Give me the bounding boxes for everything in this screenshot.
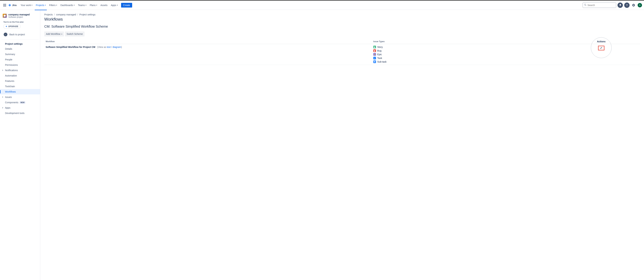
search-icon: [584, 4, 586, 6]
project-type: Software project: [8, 16, 30, 18]
notifications-icon[interactable]: [618, 2, 623, 8]
jira-logo[interactable]: Jira: [8, 3, 16, 7]
edit-workflow-button[interactable]: [598, 46, 604, 50]
jira-mark-icon: [8, 3, 12, 7]
nav-item-label: Teams: [78, 4, 85, 6]
nav-item-your-work[interactable]: Your work▾: [19, 3, 34, 7]
sidebar-item-toolchain[interactable]: Toolchain: [0, 84, 40, 89]
issue-type-row: ⧉Sub-task: [373, 60, 561, 63]
issue-type-row: ◧Story: [373, 46, 561, 48]
breadcrumb-project[interactable]: company managed: [56, 13, 76, 16]
breadcrumb-settings[interactable]: Project settings: [79, 13, 96, 16]
nav-item-label: Apps: [111, 4, 116, 6]
chevron-down-icon: ▾: [96, 4, 97, 6]
sidebar-item-label: People: [5, 58, 12, 61]
project-name: company managed: [8, 13, 30, 16]
svg-line-1: [586, 5, 586, 6]
chevron-down-icon: ▾: [56, 4, 57, 6]
help-icon[interactable]: ?: [624, 2, 630, 8]
nav-item-label: Projects: [36, 4, 44, 6]
breadcrumb-sep: /: [54, 13, 55, 16]
sidebar-item-label: Summary: [5, 53, 15, 56]
create-button[interactable]: Create: [121, 3, 132, 7]
breadcrumbs: Projects / company managed / Project set…: [44, 13, 640, 16]
nav-item-label: Your work: [21, 4, 31, 6]
view-as-text-link[interactable]: text: [107, 46, 111, 48]
workflow-row: Software Simplified Workflow for Project…: [44, 44, 640, 65]
free-plan-text: You're on the Free plan: [0, 20, 40, 24]
jira-brand-text: Jira: [12, 4, 16, 6]
switch-scheme-button[interactable]: Switch Scheme: [65, 31, 84, 36]
nav-item-projects[interactable]: Projects▾: [34, 3, 47, 7]
sidebar-item-issues[interactable]: Issues: [0, 94, 40, 100]
add-workflow-button[interactable]: Add Workflow ▾: [44, 31, 64, 36]
nav-item-teams[interactable]: Teams▾: [77, 3, 88, 7]
sidebar-item-label: Workflows: [5, 90, 16, 93]
workflow-table: Workflow Issue Types Actions Software Si…: [44, 39, 640, 65]
main-content: Projects / company managed / Project set…: [40, 10, 644, 280]
back-label: Back to project: [10, 33, 25, 36]
col-workflow: Workflow: [44, 39, 372, 44]
issue-type-label: Task: [377, 57, 382, 59]
sidebar-item-label: Notifications: [5, 69, 18, 72]
search-box[interactable]: [582, 2, 616, 8]
nav-item-plans[interactable]: Plans▾: [88, 3, 98, 7]
sidebar-item-label: Automation: [5, 74, 17, 77]
nav-item-label: Plans: [90, 4, 96, 6]
new-badge: NEW: [20, 101, 25, 104]
issue-type-label: Epic: [377, 53, 382, 56]
sidebar-item-permissions[interactable]: Permissions: [0, 62, 40, 68]
sidebar-item-summary[interactable]: Summary: [0, 52, 40, 57]
chevron-down-icon: ▾: [86, 4, 86, 6]
breadcrumb-projects[interactable]: Projects: [44, 13, 53, 16]
story-icon: ◧: [373, 46, 376, 48]
svg-point-0: [584, 4, 586, 5]
sidebar: company managed Software project You're …: [0, 10, 40, 280]
back-arrow-icon: ←: [4, 33, 8, 36]
issue-type-label: Bug: [377, 49, 382, 52]
sidebar-item-label: Permissions: [5, 64, 18, 66]
task-icon: ✓: [373, 57, 376, 59]
sidebar-item-apps[interactable]: Apps: [0, 105, 40, 111]
nav-item-apps[interactable]: Apps▾: [110, 3, 119, 7]
sidebar-item-people[interactable]: People: [0, 57, 40, 62]
view-as-diagram-link[interactable]: diagram: [113, 46, 121, 48]
sidebar-item-automation[interactable]: Automation: [0, 73, 40, 78]
view-as-wrap: (View as text / diagram): [97, 46, 122, 48]
app-switcher-icon[interactable]: [2, 2, 8, 8]
search-input[interactable]: [588, 4, 617, 6]
settings-icon[interactable]: [631, 2, 636, 8]
nav-item-label: Filters: [49, 4, 56, 6]
sidebar-item-label: Components: [5, 101, 18, 104]
chevron-down-icon: ▾: [32, 4, 32, 6]
sidebar-item-details[interactable]: Details: [0, 46, 40, 52]
nav-item-dashboards[interactable]: Dashboards▾: [59, 3, 76, 7]
page-title: Workflows: [44, 17, 640, 22]
nav-item-label: Dashboards: [60, 4, 73, 6]
sidebar-item-components[interactable]: ComponentsNEW: [0, 100, 40, 105]
top-nav: Jira Your work▾Projects▾Filters▾Dashboar…: [0, 0, 644, 10]
issue-type-label: Sub-task: [377, 60, 386, 63]
sidebar-item-notifications[interactable]: Notifications: [0, 68, 40, 73]
user-avatar[interactable]: A: [638, 3, 642, 7]
chevron-down-icon: ▾: [117, 4, 118, 6]
nav-items: Your work▾Projects▾Filters▾Dashboards▾Te…: [19, 3, 119, 7]
back-to-project[interactable]: ← Back to project: [0, 31, 40, 38]
sidebar-item-label: Issues: [5, 96, 12, 98]
sidebar-item-label: Development tools: [5, 112, 24, 115]
pencil-icon: [600, 47, 602, 50]
expand-chevron-icon: [2, 69, 3, 71]
issue-type-row: ⚡Epic: [373, 53, 561, 56]
chevron-down-icon: ▾: [74, 4, 75, 6]
expand-chevron-icon: [2, 107, 3, 109]
sidebar-item-development-tools[interactable]: Development tools: [0, 111, 40, 116]
project-header[interactable]: company managed Software project: [0, 13, 40, 20]
upgrade-label: UPGRADE: [8, 25, 18, 28]
upgrade-button[interactable]: ✦ UPGRADE: [3, 24, 20, 29]
sidebar-item-features[interactable]: Features: [0, 78, 40, 84]
subtask-icon: ⧉: [373, 60, 376, 63]
nav-item-filters[interactable]: Filters▾: [48, 3, 58, 7]
sidebar-item-workflows[interactable]: Workflows: [0, 89, 40, 94]
nav-item-assets[interactable]: Assets: [99, 3, 109, 7]
sidebar-item-label: Toolchain: [5, 85, 15, 88]
